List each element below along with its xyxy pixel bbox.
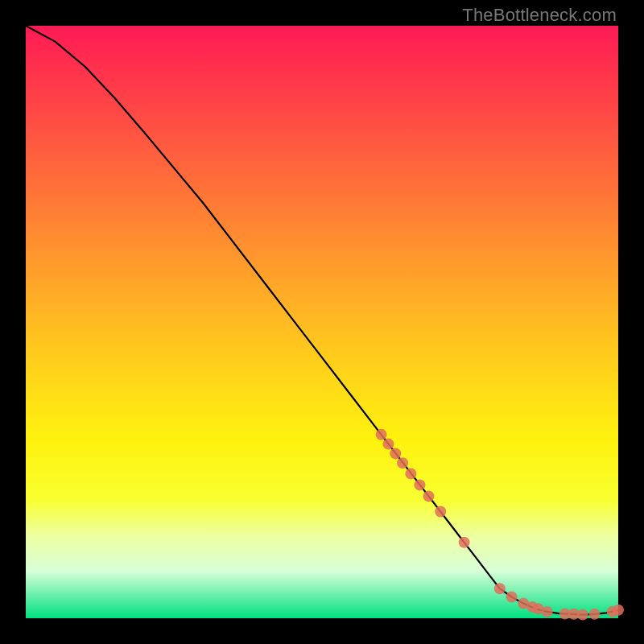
data-point	[542, 606, 553, 617]
curve-line	[26, 26, 618, 615]
data-point	[390, 448, 401, 459]
data-point	[414, 479, 425, 490]
chart-overlay	[0, 0, 644, 644]
marker-group	[376, 429, 624, 621]
data-point	[423, 490, 434, 502]
data-point	[577, 609, 588, 621]
data-point	[376, 429, 387, 440]
data-point	[405, 468, 416, 479]
data-point	[397, 457, 408, 469]
data-point	[506, 592, 518, 603]
chart-container: TheBottleneck.com	[0, 0, 644, 644]
data-point	[459, 537, 470, 548]
data-point	[435, 506, 446, 518]
data-point	[494, 583, 506, 594]
data-point	[589, 609, 601, 620]
data-point	[382, 439, 394, 450]
data-point	[613, 605, 624, 616]
